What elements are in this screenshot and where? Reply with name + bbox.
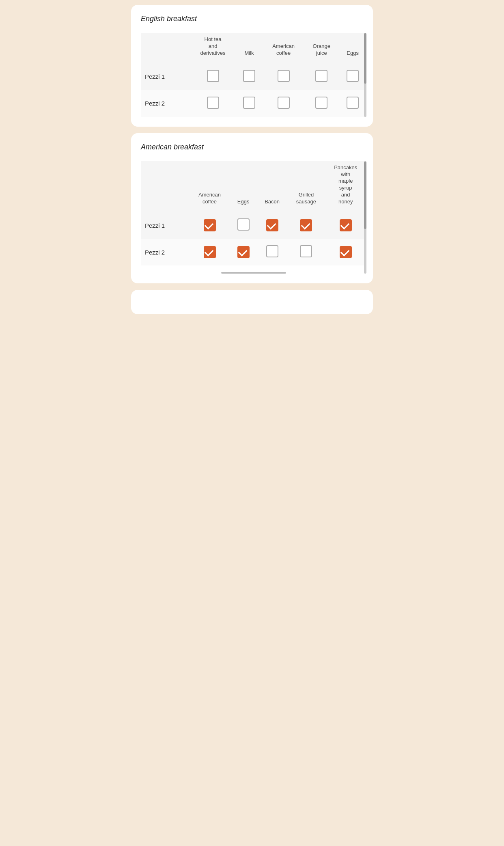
table-cell xyxy=(257,212,288,239)
checkbox[interactable] xyxy=(243,97,255,109)
table-cell xyxy=(325,239,366,265)
english-breakfast-section: English breakfast Hot teaandderivatives … xyxy=(131,5,373,127)
table-cell xyxy=(190,90,235,117)
checkbox[interactable] xyxy=(315,97,327,109)
checkbox[interactable] xyxy=(300,219,312,231)
american-breakfast-table: Americancoffee Eggs Bacon Grilledsausage… xyxy=(141,161,366,265)
scrollbar-american[interactable] xyxy=(364,161,366,274)
table-cell xyxy=(235,63,263,90)
american-breakfast-table-wrapper: Americancoffee Eggs Bacon Grilledsausage… xyxy=(141,161,366,274)
checkbox[interactable] xyxy=(278,70,290,82)
checkbox[interactable] xyxy=(340,246,352,258)
checkbox[interactable] xyxy=(347,70,359,82)
english-col-hot-tea: Hot teaandderivatives xyxy=(190,33,235,63)
table-cell xyxy=(230,212,256,239)
table-cell xyxy=(257,239,288,265)
american-col-bacon: Bacon xyxy=(257,161,288,212)
checkbox[interactable] xyxy=(340,219,352,231)
american-col-header-row xyxy=(141,161,190,212)
third-section xyxy=(131,290,373,314)
table-row: Pezzi 1 xyxy=(141,212,366,239)
checkbox[interactable] xyxy=(207,97,219,109)
american-breakfast-section: American breakfast Americancoffee Eggs B… xyxy=(131,133,373,283)
checkbox[interactable] xyxy=(237,246,250,258)
scroll-hint xyxy=(221,272,286,274)
row-label: Pezzi 1 xyxy=(141,212,190,239)
english-col-eggs: Eggs xyxy=(339,33,366,63)
checkbox[interactable] xyxy=(266,219,278,231)
table-cell xyxy=(235,90,263,117)
row-label: Pezzi 1 xyxy=(141,63,190,90)
table-cell xyxy=(230,239,256,265)
american-col-american-coffee: Americancoffee xyxy=(190,161,230,212)
english-breakfast-table-wrapper: Hot teaandderivatives Milk Americancoffe… xyxy=(141,33,366,117)
english-col-american-coffee: Americancoffee xyxy=(263,33,304,63)
checkbox[interactable] xyxy=(278,97,290,109)
checkbox[interactable] xyxy=(315,70,327,82)
checkbox[interactable] xyxy=(243,70,255,82)
table-cell xyxy=(304,63,339,90)
english-col-milk: Milk xyxy=(235,33,263,63)
table-cell xyxy=(339,90,366,117)
scrollbar-thumb[interactable] xyxy=(364,33,366,84)
american-breakfast-title: American breakfast xyxy=(141,143,366,151)
checkbox[interactable] xyxy=(204,219,216,231)
table-cell xyxy=(190,63,235,90)
table-row: Pezzi 2 xyxy=(141,90,366,117)
table-cell xyxy=(263,63,304,90)
scrollbar[interactable] xyxy=(364,33,366,117)
scrollbar-thumb-american[interactable] xyxy=(364,162,366,229)
checkbox[interactable] xyxy=(237,218,250,231)
table-cell xyxy=(190,212,230,239)
american-col-grilled-sausage: Grilledsausage xyxy=(287,161,325,212)
english-col-header-row xyxy=(141,33,190,63)
table-cell xyxy=(287,239,325,265)
table-cell xyxy=(304,90,339,117)
american-col-pancakes: Pancakeswithmaplesyrupandhoney xyxy=(325,161,366,212)
checkbox[interactable] xyxy=(207,70,219,82)
row-label: Pezzi 2 xyxy=(141,239,190,265)
american-col-eggs: Eggs xyxy=(230,161,256,212)
table-cell xyxy=(263,90,304,117)
checkbox[interactable] xyxy=(266,245,278,257)
english-breakfast-title: English breakfast xyxy=(141,15,366,23)
table-cell xyxy=(190,239,230,265)
table-row: Pezzi 1 xyxy=(141,63,366,90)
table-cell xyxy=(325,212,366,239)
table-row: Pezzi 2 xyxy=(141,239,366,265)
checkbox[interactable] xyxy=(300,245,312,257)
table-cell xyxy=(339,63,366,90)
row-label: Pezzi 2 xyxy=(141,90,190,117)
english-col-orange-juice: Orangejuice xyxy=(304,33,339,63)
checkbox[interactable] xyxy=(204,246,216,258)
english-breakfast-table: Hot teaandderivatives Milk Americancoffe… xyxy=(141,33,366,117)
table-cell xyxy=(287,212,325,239)
checkbox[interactable] xyxy=(347,97,359,109)
